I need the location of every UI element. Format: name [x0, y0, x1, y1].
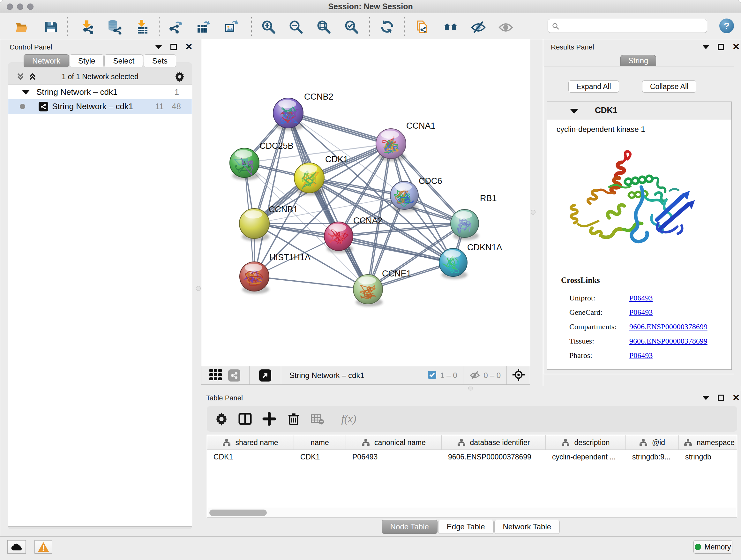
hidden-eye-icon[interactable]	[469, 369, 481, 382]
panel-float-icon[interactable]	[718, 395, 724, 401]
delete-column-trash-icon[interactable]	[286, 411, 301, 427]
node-CCNA2[interactable]	[324, 222, 353, 253]
node-CCNB2[interactable]	[273, 98, 303, 131]
column-header--id[interactable]: @id	[626, 435, 679, 450]
gene-section-header[interactable]: CDK1	[547, 102, 731, 120]
node-RB1[interactable]	[451, 209, 479, 240]
export-table-icon[interactable]	[195, 19, 211, 35]
crosslink-link[interactable]: P06493	[629, 308, 653, 317]
collapse-all-button[interactable]: Collapse All	[642, 80, 696, 92]
scrollbar-thumb[interactable]	[209, 509, 267, 516]
cell-namespace[interactable]: stringdb	[679, 450, 740, 464]
split-view-icon[interactable]	[238, 411, 253, 427]
crosslink-link[interactable]: P06493	[629, 351, 653, 360]
birdseye-grid-icon[interactable]	[208, 368, 223, 383]
search-input[interactable]	[562, 20, 705, 32]
panel-close-icon[interactable]: ✕	[732, 395, 740, 401]
table-settings-gear-icon[interactable]	[214, 411, 229, 427]
crosslink-link[interactable]: 9606.ENSP00000378699	[629, 337, 708, 346]
network-canvas[interactable]: CCNB2CCNA1CDC25BCDK1CDC6RB1CCNB1CCNA2CDK…	[201, 39, 530, 366]
help-icon[interactable]: ?	[719, 18, 734, 33]
tab-style[interactable]: Style	[70, 54, 104, 67]
add-column-icon[interactable]	[262, 411, 277, 427]
node-CCNA1[interactable]	[376, 129, 406, 161]
cell-shared-name[interactable]: CDK1	[207, 450, 294, 464]
center-view-icon[interactable]	[512, 368, 525, 383]
clone-network-icon[interactable]	[414, 19, 430, 35]
edge-CCNB2-HIST1H1A[interactable]	[254, 113, 288, 276]
refresh-icon[interactable]	[379, 19, 395, 35]
column-header-description[interactable]: description	[546, 435, 626, 450]
edge-CCNA2-CDKN1A[interactable]	[338, 237, 453, 263]
panel-menu-icon[interactable]	[702, 45, 710, 49]
section-collapse-icon[interactable]	[570, 109, 578, 114]
save-session-icon[interactable]	[43, 19, 59, 35]
network-options-gear-icon[interactable]	[174, 71, 185, 83]
panel-menu-icon[interactable]	[155, 45, 162, 49]
tab-node-table[interactable]: Node Table	[382, 520, 437, 534]
import-table-file-icon[interactable]	[134, 19, 150, 35]
selected-checkbox-icon[interactable]	[427, 370, 437, 381]
node-CCNE1[interactable]	[353, 274, 383, 307]
crosslink-link[interactable]: 9606.ENSP00000378699	[629, 322, 708, 331]
tab-sets[interactable]: Sets	[144, 54, 176, 67]
network-overview-icon[interactable]	[228, 369, 240, 381]
tree-expand-icon[interactable]	[22, 90, 30, 95]
delete-table-icon[interactable]	[310, 411, 325, 427]
tab-edge-table[interactable]: Edge Table	[438, 520, 494, 534]
column-header-canonical-name[interactable]: canonical name	[346, 435, 442, 450]
cell-name[interactable]: CDK1	[294, 450, 346, 464]
edge-CCNB2-CCNA1[interactable]	[288, 113, 391, 144]
panel-close-icon[interactable]: ✕	[732, 44, 740, 50]
node-CDK1[interactable]	[294, 163, 324, 195]
first-neighbors-icon[interactable]	[443, 19, 459, 35]
table-horizontal-scrollbar[interactable]	[207, 508, 737, 517]
panel-float-icon[interactable]	[718, 44, 724, 50]
panel-float-icon[interactable]	[171, 44, 177, 50]
network-collection-row[interactable]: String Network – cdk1 1	[8, 85, 192, 99]
expand-all-button[interactable]: Expand All	[568, 80, 619, 92]
zoom-in-icon[interactable]	[260, 19, 276, 35]
cell-database-identifier[interactable]: 9606.ENSP00000378699	[442, 450, 546, 464]
tab-network-table[interactable]: Network Table	[494, 520, 560, 534]
column-header-shared-name[interactable]: shared name	[207, 435, 294, 450]
edge-HIST1H1A-CCNE1[interactable]	[254, 276, 368, 289]
cell--id[interactable]: stringdb:9...	[626, 450, 679, 464]
zoom-selected-icon[interactable]	[343, 19, 359, 35]
network-row-selected[interactable]: String Network – cdk1 11 48	[8, 99, 192, 114]
export-image-icon[interactable]	[223, 19, 239, 35]
show-all-icon[interactable]	[498, 19, 514, 35]
edge-CCNB2-CCNA1[interactable]	[287, 115, 390, 145]
cloud-status-icon[interactable]	[7, 540, 26, 554]
tab-select[interactable]: Select	[105, 54, 143, 67]
export-network-icon[interactable]	[168, 19, 184, 35]
bottom-splitter-handle[interactable]	[468, 386, 473, 390]
cell-description[interactable]: cyclin-dependent ...	[546, 450, 626, 464]
warning-status-icon[interactable]	[35, 540, 52, 554]
cell-canonical-name[interactable]: P06493	[346, 450, 442, 464]
zoom-out-icon[interactable]	[288, 19, 304, 35]
panel-close-icon[interactable]: ✕	[185, 44, 192, 50]
column-header-namespace[interactable]: namespace	[679, 435, 740, 450]
table-row[interactable]: CDK1CDK1P064939606.ENSP00000378699cyclin…	[207, 450, 737, 464]
column-header-database-identifier[interactable]: database identifier	[442, 435, 546, 450]
import-network-file-icon[interactable]	[79, 19, 95, 35]
left-splitter-handle[interactable]	[196, 286, 201, 291]
tab-network[interactable]: Network	[23, 54, 69, 67]
node-CCNB1[interactable]	[239, 208, 269, 241]
node-CDC6[interactable]	[390, 181, 418, 212]
open-session-icon[interactable]	[14, 19, 30, 35]
detach-view-icon[interactable]	[259, 369, 271, 381]
tab-string[interactable]: String	[620, 55, 656, 66]
memory-button[interactable]: Memory	[693, 540, 732, 554]
node-CDKN1A[interactable]	[439, 248, 467, 279]
function-builder-icon[interactable]: f(x)	[334, 411, 363, 427]
panel-menu-icon[interactable]	[702, 396, 710, 400]
import-network-database-icon[interactable]	[106, 19, 122, 35]
hide-selected-icon[interactable]	[470, 19, 486, 35]
column-header-name[interactable]: name	[294, 435, 346, 450]
crosslink-link[interactable]: P06493	[629, 294, 653, 302]
zoom-fit-icon[interactable]	[316, 19, 332, 35]
node-CDC25B[interactable]	[230, 148, 259, 180]
right-splitter-handle[interactable]	[531, 210, 536, 214]
